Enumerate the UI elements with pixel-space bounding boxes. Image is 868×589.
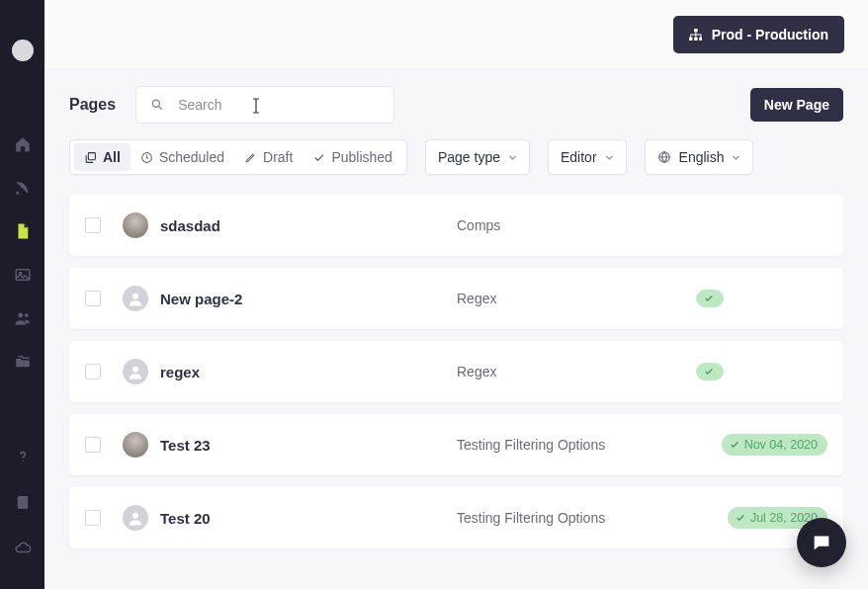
svg-point-14 bbox=[132, 294, 138, 299]
filters-row: All Scheduled Draft Published Page type bbox=[44, 139, 868, 195]
tab-all[interactable]: All bbox=[74, 143, 130, 171]
row-checkbox[interactable] bbox=[85, 217, 101, 233]
check-icon bbox=[704, 367, 714, 377]
status-badges: Nov 05, 2020 bbox=[696, 288, 827, 309]
author-avatar bbox=[123, 359, 148, 384]
chat-icon bbox=[811, 532, 832, 553]
svg-point-10 bbox=[152, 100, 159, 107]
published-badge bbox=[696, 290, 724, 307]
cloud-icon[interactable] bbox=[13, 540, 33, 555]
row-checkbox[interactable] bbox=[85, 291, 101, 306]
folders-icon[interactable] bbox=[13, 354, 33, 370]
page-title: Pages bbox=[69, 96, 116, 114]
environment-selector[interactable]: Prod - Production bbox=[673, 16, 844, 53]
new-page-button[interactable]: New Page bbox=[750, 88, 843, 122]
published-badge: Nov 04, 2020 bbox=[722, 434, 827, 456]
page-type-label: Page type bbox=[438, 149, 500, 165]
scheduled-date: Nov 05, 2020 bbox=[744, 365, 818, 379]
page-type: Comps bbox=[457, 217, 827, 233]
author-avatar bbox=[123, 286, 148, 311]
controls-row: Pages New Page bbox=[44, 68, 868, 139]
status-badges: Nov 05, 2020 bbox=[696, 361, 827, 382]
tab-published-label: Published bbox=[331, 149, 392, 165]
editor-dropdown[interactable]: Editor bbox=[548, 139, 627, 175]
table-row[interactable]: New page-2 Regex Nov 05, 2020 bbox=[69, 268, 843, 329]
pencil-icon bbox=[730, 294, 739, 303]
help-icon[interactable] bbox=[13, 449, 33, 464]
language-dropdown[interactable]: English bbox=[645, 139, 754, 175]
page-name: Test 23 bbox=[160, 437, 457, 454]
page-type: Testing Filtering Options bbox=[457, 510, 728, 526]
author-avatar bbox=[123, 432, 148, 458]
table-row[interactable]: sdasdad Comps bbox=[69, 195, 843, 256]
chevron-down-icon bbox=[605, 153, 614, 162]
tab-scheduled[interactable]: Scheduled bbox=[130, 143, 234, 171]
svg-rect-8 bbox=[694, 37, 697, 40]
chat-fab[interactable] bbox=[797, 518, 846, 567]
check-icon bbox=[704, 294, 714, 303]
author-avatar bbox=[123, 212, 148, 238]
check-icon bbox=[736, 513, 745, 523]
editor-label: Editor bbox=[561, 149, 597, 165]
table-row[interactable]: Test 20 Testing Filtering Options Jul 28… bbox=[69, 487, 843, 548]
tab-draft[interactable]: Draft bbox=[234, 143, 303, 171]
profile-avatar[interactable] bbox=[12, 40, 34, 61]
svg-point-16 bbox=[132, 513, 138, 519]
svg-rect-11 bbox=[88, 152, 95, 159]
blog-icon[interactable] bbox=[13, 180, 33, 196]
table-row[interactable]: Test 23 Testing Filtering Options Nov 04… bbox=[69, 414, 843, 475]
table-row[interactable]: regex Regex Nov 05, 2020 bbox=[69, 341, 843, 402]
tab-scheduled-label: Scheduled bbox=[159, 149, 224, 165]
search-box[interactable] bbox=[135, 86, 394, 124]
tab-draft-label: Draft bbox=[263, 149, 293, 165]
page-name: sdasdad bbox=[160, 217, 457, 234]
docs-icon[interactable] bbox=[13, 494, 33, 510]
page-type: Regex bbox=[457, 364, 696, 379]
svg-rect-7 bbox=[689, 37, 692, 40]
media-icon[interactable] bbox=[13, 267, 33, 283]
scheduled-badge: Nov 05, 2020 bbox=[718, 361, 827, 382]
status-filter-tabs: All Scheduled Draft Published bbox=[69, 139, 407, 175]
chevron-down-icon bbox=[508, 153, 517, 162]
row-checkbox[interactable] bbox=[85, 437, 101, 453]
home-icon[interactable] bbox=[13, 136, 33, 152]
pages-list: sdasdad Comps New page-2 Regex Nov bbox=[44, 195, 868, 548]
page-type: Testing Filtering Options bbox=[457, 437, 722, 453]
search-input[interactable] bbox=[176, 96, 380, 114]
tab-published[interactable]: Published bbox=[303, 143, 402, 171]
page-name: regex bbox=[160, 364, 457, 380]
svg-point-2 bbox=[18, 313, 23, 318]
scheduled-date: Nov 05, 2020 bbox=[744, 292, 818, 305]
svg-rect-6 bbox=[694, 29, 697, 32]
pages-icon[interactable] bbox=[13, 223, 33, 239]
svg-point-3 bbox=[24, 313, 28, 317]
row-checkbox[interactable] bbox=[85, 364, 101, 379]
tab-all-label: All bbox=[103, 149, 121, 165]
sitemap-icon bbox=[689, 29, 703, 41]
page-type-dropdown[interactable]: Page type bbox=[425, 139, 530, 175]
page-name: Test 20 bbox=[160, 510, 457, 527]
page-type: Regex bbox=[457, 291, 696, 306]
main-panel: Prod - Production Pages New Page A bbox=[44, 0, 868, 589]
chevron-down-icon bbox=[732, 153, 740, 162]
check-icon bbox=[730, 440, 739, 450]
svg-rect-9 bbox=[699, 37, 702, 40]
environment-label: Prod - Production bbox=[712, 27, 828, 42]
status-badges: Nov 04, 2020 bbox=[722, 434, 827, 456]
published-date: Nov 04, 2020 bbox=[744, 438, 818, 452]
row-checkbox[interactable] bbox=[85, 510, 101, 526]
topbar: Prod - Production bbox=[44, 0, 868, 68]
svg-rect-5 bbox=[17, 496, 28, 509]
sidebar bbox=[0, 0, 44, 589]
scheduled-badge: Nov 05, 2020 bbox=[718, 288, 827, 309]
pencil-icon bbox=[730, 367, 739, 377]
author-avatar bbox=[123, 505, 148, 531]
users-icon[interactable] bbox=[13, 310, 33, 326]
globe-icon bbox=[657, 150, 671, 164]
language-label: English bbox=[679, 149, 725, 165]
svg-point-15 bbox=[132, 367, 138, 373]
published-badge bbox=[696, 363, 724, 380]
svg-point-4 bbox=[22, 461, 24, 463]
search-icon bbox=[150, 98, 164, 112]
page-name: New page-2 bbox=[160, 291, 457, 307]
